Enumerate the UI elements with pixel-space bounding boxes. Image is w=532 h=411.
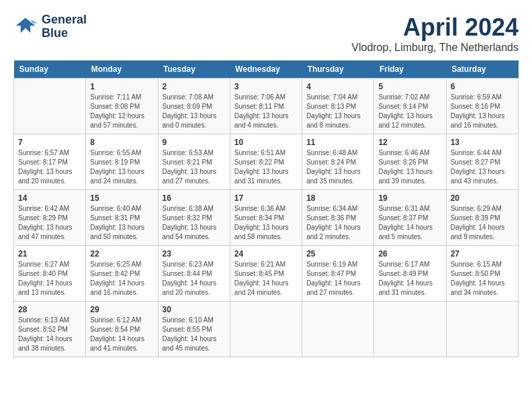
calendar-cell: 15Sunrise: 6:40 AM Sunset: 8:31 PM Dayli… <box>86 190 158 246</box>
day-number: 30 <box>163 305 226 314</box>
calendar-cell: 13Sunrise: 6:44 AM Sunset: 8:27 PM Dayli… <box>446 134 518 190</box>
calendar-cell: 16Sunrise: 6:38 AM Sunset: 8:32 PM Dayli… <box>158 190 230 246</box>
day-number: 13 <box>451 138 514 147</box>
calendar-cell: 8Sunrise: 6:55 AM Sunset: 8:19 PM Daylig… <box>86 134 158 190</box>
calendar-header-row: SundayMondayTuesdayWednesdayThursdayFrid… <box>14 60 519 79</box>
day-number: 2 <box>163 82 226 91</box>
day-number: 8 <box>90 138 153 147</box>
calendar-cell: 18Sunrise: 6:34 AM Sunset: 8:36 PM Dayli… <box>302 190 374 246</box>
cell-content: Sunrise: 6:44 AM Sunset: 8:27 PM Dayligh… <box>451 148 514 186</box>
calendar-cell: 25Sunrise: 6:19 AM Sunset: 8:47 PM Dayli… <box>302 246 374 302</box>
calendar-cell: 30Sunrise: 6:10 AM Sunset: 8:55 PM Dayli… <box>158 302 230 357</box>
cell-content: Sunrise: 6:23 AM Sunset: 8:44 PM Dayligh… <box>163 260 226 298</box>
day-number: 22 <box>90 249 153 259</box>
weekday-header: Thursday <box>302 60 374 79</box>
day-number: 29 <box>90 305 153 314</box>
calendar-week-row: 28Sunrise: 6:13 AM Sunset: 8:52 PM Dayli… <box>14 302 519 357</box>
calendar-body: 1Sunrise: 7:11 AM Sunset: 8:08 PM Daylig… <box>14 79 519 357</box>
weekday-header: Saturday <box>446 60 518 79</box>
cell-content: Sunrise: 7:08 AM Sunset: 8:09 PM Dayligh… <box>163 93 226 130</box>
month-title: April 2024 <box>351 13 519 42</box>
day-number: 23 <box>163 249 226 259</box>
cell-content: Sunrise: 7:11 AM Sunset: 8:08 PM Dayligh… <box>90 93 153 130</box>
calendar-cell: 12Sunrise: 6:46 AM Sunset: 8:26 PM Dayli… <box>374 134 446 190</box>
calendar-cell <box>230 302 302 357</box>
cell-content: Sunrise: 6:25 AM Sunset: 8:42 PM Dayligh… <box>90 260 153 298</box>
calendar-cell: 21Sunrise: 6:27 AM Sunset: 8:40 PM Dayli… <box>14 246 86 302</box>
calendar-cell: 27Sunrise: 6:15 AM Sunset: 8:50 PM Dayli… <box>446 246 518 302</box>
day-number: 14 <box>18 193 81 203</box>
calendar-cell: 1Sunrise: 7:11 AM Sunset: 8:08 PM Daylig… <box>86 79 158 134</box>
calendar-cell: 29Sunrise: 6:12 AM Sunset: 8:54 PM Dayli… <box>86 302 158 357</box>
day-number: 27 <box>451 249 514 259</box>
svg-marker-0 <box>16 17 36 33</box>
day-number: 1 <box>90 82 153 91</box>
day-number: 7 <box>18 138 81 147</box>
calendar-cell: 11Sunrise: 6:48 AM Sunset: 8:24 PM Dayli… <box>302 134 374 190</box>
cell-content: Sunrise: 6:29 AM Sunset: 8:39 PM Dayligh… <box>451 204 514 242</box>
cell-content: Sunrise: 6:34 AM Sunset: 8:36 PM Dayligh… <box>306 204 369 242</box>
cell-content: Sunrise: 6:51 AM Sunset: 8:22 PM Dayligh… <box>234 148 298 186</box>
weekday-header: Sunday <box>14 60 86 79</box>
weekday-header: Wednesday <box>230 60 302 79</box>
day-number: 9 <box>163 138 226 147</box>
logo-text: General Blue <box>42 13 87 40</box>
weekday-header: Friday <box>374 60 446 79</box>
cell-content: Sunrise: 6:46 AM Sunset: 8:26 PM Dayligh… <box>378 148 441 186</box>
day-number: 26 <box>378 249 441 259</box>
weekday-header: Monday <box>86 60 158 79</box>
cell-content: Sunrise: 6:19 AM Sunset: 8:47 PM Dayligh… <box>306 260 369 298</box>
cell-content: Sunrise: 6:27 AM Sunset: 8:40 PM Dayligh… <box>18 260 81 298</box>
day-number: 19 <box>378 193 441 203</box>
calendar-cell: 4Sunrise: 7:04 AM Sunset: 8:13 PM Daylig… <box>302 79 374 134</box>
day-number: 24 <box>234 249 298 259</box>
calendar-cell <box>302 302 374 357</box>
cell-content: Sunrise: 6:21 AM Sunset: 8:45 PM Dayligh… <box>234 260 298 298</box>
cell-content: Sunrise: 6:17 AM Sunset: 8:49 PM Dayligh… <box>378 260 441 298</box>
logo: General Blue <box>13 13 87 40</box>
day-number: 4 <box>306 82 369 91</box>
calendar-week-row: 14Sunrise: 6:42 AM Sunset: 8:29 PM Dayli… <box>14 190 519 246</box>
cell-content: Sunrise: 6:59 AM Sunset: 8:16 PM Dayligh… <box>451 93 514 130</box>
calendar-cell: 24Sunrise: 6:21 AM Sunset: 8:45 PM Dayli… <box>230 246 302 302</box>
calendar-cell: 2Sunrise: 7:08 AM Sunset: 8:09 PM Daylig… <box>158 79 230 134</box>
day-number: 21 <box>18 249 81 259</box>
day-number: 3 <box>234 82 298 91</box>
calendar-cell: 26Sunrise: 6:17 AM Sunset: 8:49 PM Dayli… <box>374 246 446 302</box>
calendar-cell: 7Sunrise: 6:57 AM Sunset: 8:17 PM Daylig… <box>14 134 86 190</box>
calendar-week-row: 21Sunrise: 6:27 AM Sunset: 8:40 PM Dayli… <box>14 246 519 302</box>
title-block: April 2024 Vlodrop, Limburg, The Netherl… <box>351 13 519 54</box>
day-number: 16 <box>163 193 226 203</box>
weekday-header: Tuesday <box>158 60 230 79</box>
calendar-cell: 23Sunrise: 6:23 AM Sunset: 8:44 PM Dayli… <box>158 246 230 302</box>
day-number: 20 <box>451 193 514 203</box>
cell-content: Sunrise: 6:36 AM Sunset: 8:34 PM Dayligh… <box>234 204 298 242</box>
calendar-cell: 28Sunrise: 6:13 AM Sunset: 8:52 PM Dayli… <box>14 302 86 357</box>
cell-content: Sunrise: 6:57 AM Sunset: 8:17 PM Dayligh… <box>18 148 81 186</box>
cell-content: Sunrise: 6:12 AM Sunset: 8:54 PM Dayligh… <box>90 316 153 353</box>
cell-content: Sunrise: 6:55 AM Sunset: 8:19 PM Dayligh… <box>90 148 153 186</box>
logo-icon <box>13 15 38 39</box>
cell-content: Sunrise: 6:42 AM Sunset: 8:29 PM Dayligh… <box>18 204 81 242</box>
cell-content: Sunrise: 6:13 AM Sunset: 8:52 PM Dayligh… <box>18 316 81 353</box>
cell-content: Sunrise: 6:15 AM Sunset: 8:50 PM Dayligh… <box>451 260 514 298</box>
calendar-cell <box>374 302 446 357</box>
day-number: 28 <box>18 305 81 314</box>
calendar-cell: 22Sunrise: 6:25 AM Sunset: 8:42 PM Dayli… <box>86 246 158 302</box>
cell-content: Sunrise: 7:04 AM Sunset: 8:13 PM Dayligh… <box>306 93 369 130</box>
calendar-cell: 5Sunrise: 7:02 AM Sunset: 8:14 PM Daylig… <box>374 79 446 134</box>
day-number: 15 <box>90 193 153 203</box>
cell-content: Sunrise: 7:06 AM Sunset: 8:11 PM Dayligh… <box>234 93 298 130</box>
calendar-cell: 9Sunrise: 6:53 AM Sunset: 8:21 PM Daylig… <box>158 134 230 190</box>
calendar-week-row: 7Sunrise: 6:57 AM Sunset: 8:17 PM Daylig… <box>14 134 519 190</box>
calendar-cell: 3Sunrise: 7:06 AM Sunset: 8:11 PM Daylig… <box>230 79 302 134</box>
cell-content: Sunrise: 6:10 AM Sunset: 8:55 PM Dayligh… <box>163 316 226 353</box>
calendar-cell <box>14 79 86 134</box>
cell-content: Sunrise: 6:31 AM Sunset: 8:37 PM Dayligh… <box>378 204 441 242</box>
cell-content: Sunrise: 6:48 AM Sunset: 8:24 PM Dayligh… <box>306 148 369 186</box>
day-number: 17 <box>234 193 298 203</box>
calendar-cell <box>446 302 518 357</box>
calendar-cell: 19Sunrise: 6:31 AM Sunset: 8:37 PM Dayli… <box>374 190 446 246</box>
cell-content: Sunrise: 6:38 AM Sunset: 8:32 PM Dayligh… <box>163 204 226 242</box>
cell-content: Sunrise: 6:40 AM Sunset: 8:31 PM Dayligh… <box>90 204 153 242</box>
